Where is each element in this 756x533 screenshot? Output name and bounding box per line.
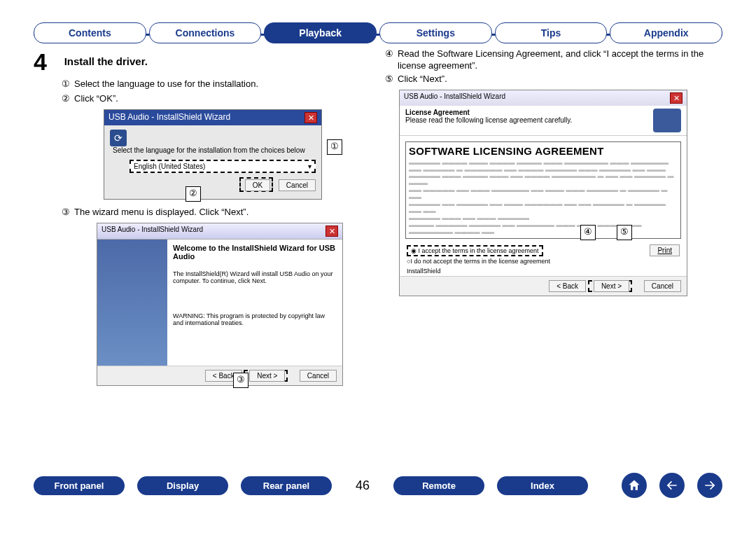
circ-5: ⑤ xyxy=(385,74,393,85)
next-button[interactable]: Next > xyxy=(594,280,629,292)
tab-contents[interactable]: Contents xyxy=(34,22,146,43)
callout-4: ④ xyxy=(580,225,596,240)
dialog-wizard-welcome: USB Audio - InstallShield Wizard ✕ Welco… xyxy=(97,223,343,386)
dialog-language: USB Audio - InstallShield Wizard ✕ ⟳ Sel… xyxy=(104,109,322,200)
license-header-sub: Please read the following license agreem… xyxy=(405,116,572,124)
nav-remote[interactable]: Remote xyxy=(393,476,484,495)
page-number: 46 xyxy=(344,478,381,493)
substep-4: Read the Software Licensing Agreement, a… xyxy=(398,48,722,72)
installer-icon xyxy=(653,109,681,132)
callout-2: ② xyxy=(186,186,201,202)
chevron-down-icon: ▾ xyxy=(308,162,312,170)
cancel-button[interactable]: Cancel xyxy=(279,179,316,191)
next-page-icon[interactable] xyxy=(697,473,722,498)
substep-2: Click “OK”. xyxy=(74,93,118,105)
nav-index[interactable]: Index xyxy=(497,476,588,495)
sla-body-blur: ▬▬▬▬▬ ▬▬▬▬ ▬▬▬ ▬▬▬▬ ▬▬▬▬ ▬▬▬ ▬▬▬▬▬▬▬ ▬▬▬… xyxy=(409,160,678,236)
dialog1-prompt: Select the language for the installation… xyxy=(113,146,305,154)
callout-1: ① xyxy=(327,139,342,155)
substep-1: Select the language to use for the insta… xyxy=(74,78,258,90)
circ-3: ③ xyxy=(62,207,70,219)
close-icon[interactable]: ✕ xyxy=(304,112,317,123)
circ-2: ② xyxy=(62,93,70,105)
close-icon[interactable]: ✕ xyxy=(670,92,682,104)
top-tab-bar: Contents Connections Playback Settings T… xyxy=(0,0,756,43)
license-text-box: SOFTWARE LICENSING AGREEMENT ▬▬▬▬▬ ▬▬▬▬ … xyxy=(405,141,681,240)
ok-button[interactable]: OK xyxy=(245,179,270,191)
wizard-body-1: The InstallShield(R) Wizard will install… xyxy=(173,270,337,284)
tab-connections[interactable]: Connections xyxy=(149,22,262,43)
nav-rear-panel[interactable]: Rear panel xyxy=(241,476,332,495)
cancel-button[interactable]: Cancel xyxy=(644,280,681,292)
tab-settings[interactable]: Settings xyxy=(379,22,492,43)
sla-title: SOFTWARE LICENSING AGREEMENT xyxy=(409,145,678,157)
bottom-nav: Front panel Display Rear panel 46 Remote… xyxy=(34,473,722,498)
reject-radio-label[interactable]: I do not accept the terms in the license… xyxy=(410,258,550,265)
callout-5: ⑤ xyxy=(617,225,632,240)
cancel-button[interactable]: Cancel xyxy=(300,370,337,382)
dialog3-title: USB Audio - InstallShield Wizard xyxy=(404,92,505,104)
callout-3: ③ xyxy=(233,373,248,388)
tab-appendix[interactable]: Appendix xyxy=(610,22,722,43)
accept-radio-label[interactable]: I accept the terms in the license agreem… xyxy=(419,247,539,254)
license-header-title: License Agreement xyxy=(405,109,572,116)
circ-4: ④ xyxy=(385,48,393,72)
substep-3: The wizard menu is displayed. Click “Nex… xyxy=(74,207,248,219)
next-button[interactable]: Next > xyxy=(249,370,285,382)
step-title: Install the driver. xyxy=(64,48,148,67)
nav-display[interactable]: Display xyxy=(137,476,228,495)
wizard-sidebar-image xyxy=(97,240,167,366)
wizard-body-2: WARNING: This program is protected by co… xyxy=(173,312,337,326)
dialog1-title: USB Audio - InstallShield Wizard xyxy=(108,112,230,123)
substep-5: Click “Next”. xyxy=(398,74,447,85)
nav-front-panel[interactable]: Front panel xyxy=(34,476,125,495)
tab-tips[interactable]: Tips xyxy=(495,22,608,43)
installer-icon: ⟳ xyxy=(110,130,127,146)
back-button[interactable]: < Back xyxy=(549,280,586,292)
tab-playback[interactable]: Playback xyxy=(264,22,377,43)
home-icon[interactable] xyxy=(622,473,647,498)
dialog-license: USB Audio - InstallShield Wizard ✕ Licen… xyxy=(399,90,687,297)
wizard-welcome-title: Welcome to the InstallShield Wizard for … xyxy=(173,244,337,261)
print-button[interactable]: Print xyxy=(650,244,680,256)
installshield-label: InstallShield xyxy=(407,268,680,275)
step-number: 4 xyxy=(34,48,62,76)
language-dropdown[interactable]: English (United States)▾ xyxy=(130,160,316,173)
dialog2-title: USB Audio - InstallShield Wizard xyxy=(102,226,203,237)
circ-1: ① xyxy=(62,78,70,90)
prev-page-icon[interactable] xyxy=(659,473,685,498)
close-icon[interactable]: ✕ xyxy=(326,226,338,237)
